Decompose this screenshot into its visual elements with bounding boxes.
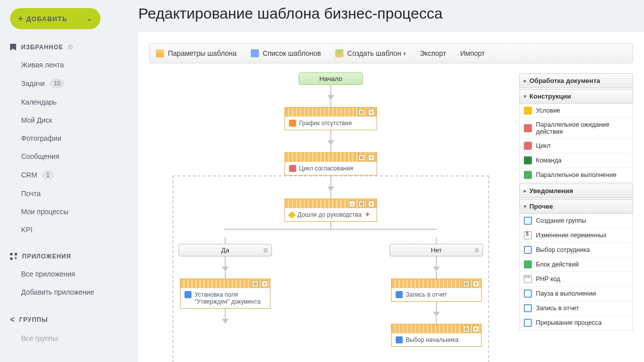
- user-icon: [396, 336, 403, 343]
- arrow-down-icon: [327, 95, 334, 100]
- close-icon[interactable]: ×: [368, 154, 375, 161]
- nav-all-apps[interactable]: Все приложения: [10, 265, 113, 283]
- nav-photos[interactable]: Фотографии: [10, 129, 113, 147]
- gear-icon[interactable]: ⚙: [463, 326, 470, 332]
- nav-processes[interactable]: Мои процессы: [10, 203, 113, 221]
- params-icon: [156, 49, 164, 57]
- gear-icon[interactable]: ⚙: [474, 247, 480, 254]
- add-branch-icon[interactable]: +: [365, 211, 373, 218]
- add-label: ДОБАВИТЬ: [26, 15, 67, 23]
- nav-disk[interactable]: Мой Диск: [10, 111, 113, 129]
- gear-icon[interactable]: ⚙: [252, 281, 258, 287]
- item-write-report[interactable]: Запись в отчет: [520, 301, 632, 316]
- condition-icon: [288, 211, 296, 219]
- close-icon[interactable]: ×: [473, 326, 479, 332]
- process-canvas: Начало ⚙× График отсутствия ⚙× Цикл согл…: [149, 72, 512, 362]
- toolbar-list[interactable]: Список шаблонов: [251, 49, 321, 57]
- nav-add-app[interactable]: Добавить приложение: [10, 283, 113, 301]
- condition-icon: [524, 107, 532, 115]
- gear-icon[interactable]: ⚙: [263, 247, 268, 254]
- calendar-icon: [289, 120, 296, 127]
- groups-header: ГРУППЫ: [10, 315, 113, 324]
- pause-icon: [524, 290, 532, 298]
- branch-no[interactable]: Нет⚙: [390, 244, 483, 256]
- nav-messages[interactable]: Сообщения: [10, 147, 113, 165]
- node-reached-management[interactable]: –⚙× Дошли до руководства+: [285, 199, 377, 222]
- stop-icon: [524, 319, 532, 327]
- page-title: Редактирование шаблона бизнес-процесса: [138, 5, 644, 22]
- branch-yes[interactable]: Да⚙: [178, 244, 272, 256]
- nav-mail[interactable]: Почта: [10, 185, 113, 203]
- item-create-group[interactable]: Создание группы: [520, 214, 632, 228]
- parallel-exec-icon: [524, 171, 532, 179]
- add-button[interactable]: +ДОБАВИТЬ ⌄: [10, 8, 101, 29]
- close-icon[interactable]: ×: [473, 281, 479, 287]
- item-cycle[interactable]: Цикл: [520, 139, 632, 153]
- command-icon: [524, 156, 532, 164]
- node-approval-cycle[interactable]: ⚙× Цикл согласования: [285, 152, 377, 175]
- item-condition[interactable]: Условие: [520, 104, 632, 118]
- chevron-down-icon: ⌄: [87, 15, 93, 22]
- cycle-icon: [289, 165, 296, 172]
- cycle-container: –⚙× Дошли до руководства+ Да⚙ ⚙× Устано: [172, 175, 489, 362]
- acc-notifications[interactable]: ▸Уведомления: [519, 184, 633, 198]
- close-icon[interactable]: ×: [261, 281, 268, 287]
- activities-panel: ▸Обработка документа ▾Конструкции Услови…: [519, 72, 633, 362]
- block-icon: [524, 260, 532, 268]
- triangle-right-icon: ▸: [524, 78, 526, 83]
- node-set-approved[interactable]: ⚙× Установка поля "Утвержден" документа: [180, 279, 270, 309]
- toolbar-export[interactable]: Экспорт: [420, 49, 446, 57]
- item-parallel-exec[interactable]: Параллельное выполнение: [520, 168, 632, 182]
- nav-live-feed[interactable]: Живая лента: [10, 56, 113, 74]
- caret-down-icon: ▾: [403, 51, 406, 56]
- item-stop-process[interactable]: Прерывание процесса: [520, 316, 632, 330]
- item-select-employee[interactable]: Выбор сотрудника: [520, 243, 632, 257]
- nav-kpi[interactable]: KPI: [10, 221, 113, 239]
- toolbar-create[interactable]: Создать шаблон▾: [335, 49, 406, 57]
- node-write-report[interactable]: ⚙× Запись в отчет: [391, 279, 482, 302]
- apps-icon: [10, 253, 17, 260]
- minimize-icon[interactable]: –: [349, 201, 355, 207]
- gear-icon[interactable]: ⚙: [358, 109, 365, 116]
- item-parallel-wait[interactable]: Параллельное ожидание действия: [520, 118, 632, 139]
- triangle-down-icon: ▾: [524, 204, 526, 209]
- start-node[interactable]: Начало: [299, 72, 363, 85]
- item-command[interactable]: Команда: [520, 153, 632, 168]
- acc-constructs[interactable]: ▾Конструкции: [519, 89, 633, 104]
- toolbar-import[interactable]: Импорт: [460, 49, 485, 57]
- gear-icon[interactable]: ⚙: [358, 154, 365, 161]
- plus-icon: +: [18, 14, 23, 23]
- close-icon[interactable]: ×: [368, 109, 375, 116]
- nav-tasks[interactable]: Задачи10: [10, 74, 113, 93]
- apps-header: ПРИЛОЖЕНИЯ: [10, 253, 113, 260]
- tasks-badge: 10: [50, 79, 64, 88]
- item-change-vars[interactable]: Изменение переменных: [520, 228, 632, 243]
- toolbar-params[interactable]: Параметры шаблона: [156, 49, 237, 57]
- vars-icon: [524, 231, 532, 239]
- triangle-down-icon: ▾: [524, 94, 526, 99]
- parallel-wait-icon: [524, 124, 532, 132]
- item-pause[interactable]: Пауза в выполнении: [520, 287, 632, 301]
- gear-icon[interactable]: ⚙: [358, 201, 365, 207]
- employee-icon: [524, 246, 532, 254]
- node-select-manager[interactable]: ⚙× Выбор начальника: [391, 324, 482, 347]
- gear-icon[interactable]: ⚙: [67, 43, 74, 51]
- report-icon: [524, 304, 532, 312]
- item-action-block[interactable]: Блок действий: [520, 257, 632, 272]
- nav-calendar[interactable]: Календарь: [10, 93, 113, 111]
- php-icon: [524, 275, 532, 283]
- nav-all-groups[interactable]: Все группы: [10, 329, 113, 347]
- gear-icon[interactable]: ⚙: [463, 281, 470, 287]
- create-icon: [335, 49, 343, 57]
- favorites-header: ИЗБРАННОЕ ⚙: [10, 43, 113, 51]
- list-icon: [251, 49, 259, 57]
- cycle-icon: [524, 142, 532, 150]
- nav-crm[interactable]: CRM1: [10, 165, 113, 185]
- acc-other[interactable]: ▾Прочее: [519, 199, 633, 214]
- close-icon[interactable]: ×: [368, 201, 375, 207]
- node-schedule[interactable]: ⚙× График отсутствия: [285, 107, 377, 130]
- bookmark-icon: [10, 44, 16, 51]
- acc-doc-processing[interactable]: ▸Обработка документа: [519, 73, 633, 88]
- group-icon: [524, 217, 532, 225]
- item-php-code[interactable]: PHP код: [520, 272, 632, 287]
